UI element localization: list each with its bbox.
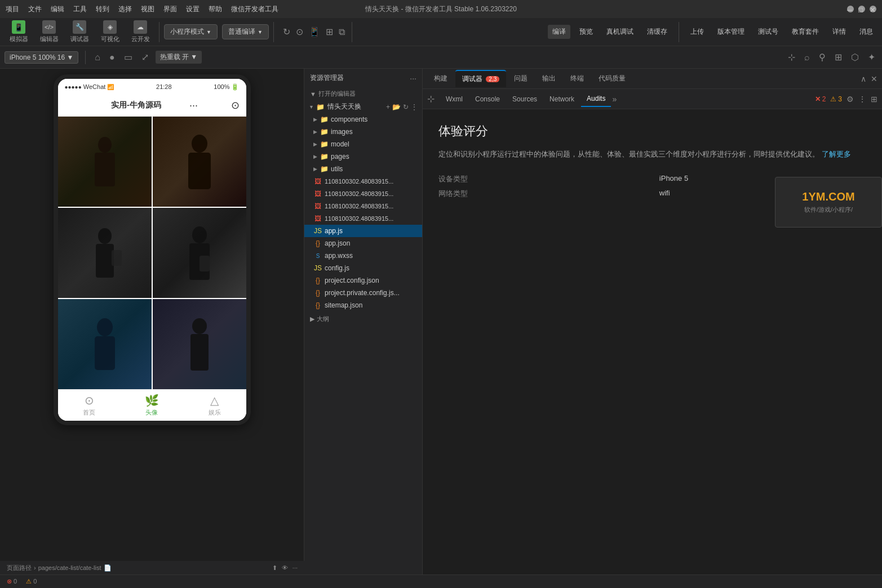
dock-icon[interactable]: ⋮	[858, 95, 866, 104]
menu-tools[interactable]: 工具	[73, 5, 87, 14]
phone-header-menu-icon[interactable]: ···	[189, 100, 198, 112]
mode-dropdown[interactable]: 小程序模式	[164, 24, 218, 39]
photo-cell-1[interactable]	[58, 117, 152, 207]
upload-btn[interactable]: 上传	[686, 25, 708, 39]
photo-cell-3[interactable]	[58, 208, 152, 298]
file-appjs[interactable]: JS app.js	[304, 225, 422, 237]
photo-cell-4[interactable]	[153, 208, 246, 298]
message-btn[interactable]: 消息	[855, 25, 877, 39]
edu-btn[interactable]: 教育套件	[787, 25, 823, 39]
toolbar2-cursor-icon[interactable]: ⊹	[786, 50, 797, 65]
refresh-icon[interactable]: ↻	[281, 24, 292, 39]
stop-icon[interactable]: ⊙	[294, 24, 305, 39]
devtools-close-icon[interactable]: ✕	[871, 74, 877, 83]
inner-tab-console[interactable]: Console	[469, 92, 506, 106]
preview-btn[interactable]: 预览	[575, 25, 597, 39]
file-appjson[interactable]: {} app.json	[304, 237, 422, 250]
folder-images[interactable]: ▶ 📁 images	[304, 126, 422, 138]
expand-icon[interactable]: ⊞	[871, 95, 877, 104]
photo-cell-6[interactable]	[153, 299, 246, 389]
project-folder[interactable]: ▼ 📁 情头天天换 + 📂 ↻ ⋮	[304, 100, 422, 113]
phone-tab-avatar[interactable]: 🌿 头像	[121, 394, 183, 417]
menu-settings[interactable]: 设置	[186, 5, 200, 14]
simulator-button[interactable]: 📱 模拟器	[5, 18, 33, 46]
tab-output[interactable]: 输出	[535, 70, 562, 87]
tablet-icon[interactable]: ▭	[122, 50, 135, 65]
breadcrumb-action-3[interactable]: ···	[292, 564, 298, 572]
menu-goto[interactable]: 转到	[96, 5, 109, 14]
window-controls[interactable]: ─ □ ✕	[847, 6, 876, 12]
folder-utils[interactable]: ▶ 📁 utils	[304, 163, 422, 175]
tab-terminal[interactable]: 终端	[564, 70, 591, 87]
photo-cell-2[interactable]	[153, 117, 246, 207]
phone-header-qr-icon[interactable]: ⊙	[231, 99, 240, 112]
visual-button[interactable]: ◈ 可视化	[96, 18, 124, 46]
explorer-more-icon[interactable]: ···	[410, 74, 416, 83]
minimize-button[interactable]: ─	[847, 6, 854, 12]
tab-debugger[interactable]: 调试器 2,3	[455, 70, 506, 87]
devtools-collapse-icon[interactable]: ∧	[861, 74, 866, 83]
cloud-button[interactable]: ☁ 云开发	[126, 18, 154, 46]
new-folder-icon[interactable]: 📂	[392, 103, 401, 111]
inspector-icon[interactable]: ⊹	[427, 93, 435, 104]
debugger-button[interactable]: 🔧 调试器	[65, 18, 94, 46]
photo-cell-5[interactable]	[58, 299, 152, 389]
menu-select[interactable]: 选择	[118, 5, 132, 14]
menu-help[interactable]: 帮助	[209, 5, 222, 14]
toolbar2-export-icon[interactable]: ⬡	[849, 50, 861, 65]
file-projectjson[interactable]: {} project.config.json	[304, 274, 422, 287]
audits-learn-more-link[interactable]: 了解更多	[822, 150, 851, 158]
new-file-icon[interactable]: +	[386, 103, 390, 111]
test-num-btn[interactable]: 测试号	[754, 25, 783, 39]
record-icon[interactable]: ●	[107, 50, 117, 65]
toolbar2-search-icon[interactable]: ⌕	[802, 50, 812, 65]
rotate-icon[interactable]: ⤢	[139, 50, 151, 65]
home-icon[interactable]: ⌂	[92, 50, 103, 65]
phone-tab-home[interactable]: ⊙ 首页	[58, 394, 121, 417]
inner-tab-sources[interactable]: Sources	[507, 92, 543, 106]
toolbar2-grid-icon[interactable]: ⊞	[832, 50, 844, 65]
outline-section[interactable]: ▶ 大纲	[304, 311, 422, 324]
settings-icon[interactable]: ⚙	[846, 95, 854, 104]
menu-bar[interactable]: 项目 文件 编辑 工具 转到 选择 视图 界面 设置 帮助 微信开发者工具	[6, 5, 278, 14]
tab-code-quality[interactable]: 代码质量	[592, 70, 632, 87]
menu-interface[interactable]: 界面	[163, 5, 177, 14]
menu-project[interactable]: 项目	[6, 5, 19, 14]
editor-button[interactable]: </> 编辑器	[35, 18, 63, 46]
menu-devtools[interactable]: 微信开发者工具	[231, 5, 278, 14]
menu-view[interactable]: 视图	[141, 5, 154, 14]
file-img-4[interactable]: 🖼 1108100302.48083915...	[304, 212, 422, 225]
maximize-button[interactable]: □	[858, 6, 865, 12]
menu-edit[interactable]: 编辑	[51, 5, 64, 14]
clear-cache-btn[interactable]: 清缓存	[642, 25, 672, 39]
close-button[interactable]: ✕	[870, 6, 876, 12]
more-tabs-icon[interactable]: »	[612, 95, 617, 104]
scan-icon[interactable]: ⊞	[323, 24, 335, 39]
breadcrumb-action-1[interactable]: ⬆	[272, 564, 277, 572]
toolbar2-paint-icon[interactable]: ✦	[866, 50, 877, 65]
tab-build[interactable]: 构建	[427, 70, 454, 87]
folder-components[interactable]: ▶ 📁 components	[304, 113, 422, 126]
file-img-1[interactable]: 🖼 1108100302.48083915...	[304, 175, 422, 188]
explorer-toolbar[interactable]: ···	[410, 74, 416, 83]
phone2-icon[interactable]: 📱	[307, 24, 322, 39]
inner-tab-audits[interactable]: Audits	[581, 91, 611, 107]
compile-dropdown[interactable]: 普通编译	[222, 24, 269, 39]
file-sitemapjson[interactable]: {} sitemap.json	[304, 299, 422, 311]
device-selector[interactable]: iPhone 5 100% 16 ▼	[5, 51, 78, 64]
folder-pages[interactable]: ▶ 📁 pages	[304, 150, 422, 163]
layers-icon[interactable]: ⧉	[336, 25, 347, 39]
tab-issues[interactable]: 问题	[507, 70, 534, 87]
compile-btn[interactable]: 编译	[548, 25, 570, 39]
file-appwxss[interactable]: S app.wxss	[304, 250, 422, 262]
open-editors-section[interactable]: ▼ 打开的编辑器	[304, 87, 422, 100]
file-configjs[interactable]: JS config.js	[304, 262, 422, 274]
collapse-icon[interactable]: ⋮	[411, 103, 418, 111]
folder-model[interactable]: ▶ 📁 model	[304, 138, 422, 150]
detail-btn[interactable]: 详情	[828, 25, 850, 39]
phone-tab-entertainment[interactable]: △ 娱乐	[183, 394, 246, 417]
version-btn[interactable]: 版本管理	[713, 25, 749, 39]
real-test-btn[interactable]: 真机调试	[602, 25, 638, 39]
refresh-tree-icon[interactable]: ↻	[403, 103, 409, 111]
file-img-2[interactable]: 🖼 1108100302.48083915...	[304, 188, 422, 200]
